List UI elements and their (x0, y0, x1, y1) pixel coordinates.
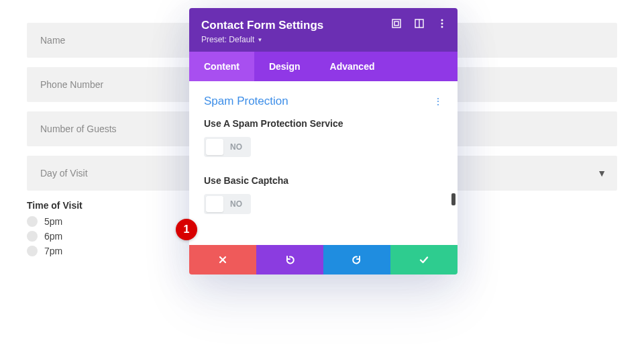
radio-icon (27, 231, 38, 242)
svg-rect-0 (392, 19, 400, 28)
toggle-basic-captcha[interactable]: NO (204, 194, 251, 214)
modal-header: Contact Form Settings Preset: Default ▼ (189, 8, 458, 52)
expand-icon[interactable] (390, 17, 402, 30)
radio-icon (27, 246, 38, 256)
radio-label: 7pm (44, 246, 62, 256)
toggle-value: NO (223, 142, 249, 152)
annotation-badge-1: 1 (176, 219, 197, 240)
svg-point-4 (441, 19, 443, 21)
tab-advanced[interactable]: Advanced (315, 52, 390, 81)
radio-icon (27, 216, 38, 227)
save-button[interactable] (390, 245, 458, 275)
section-options-icon[interactable]: ⋮ (433, 96, 443, 107)
tab-content[interactable]: Content (189, 52, 254, 81)
preset-selector[interactable]: Preset: Default ▼ (201, 35, 262, 44)
modal-body: Spam Protection ⋮ Use A Spam Protection … (189, 81, 458, 245)
section-title: Spam Protection (204, 95, 288, 108)
scrollbar-thumb[interactable] (451, 193, 455, 205)
chevron-down-icon: ▼ (257, 37, 262, 43)
option-basic-captcha-label: Use Basic Captcha (204, 174, 352, 187)
annotation-number: 1 (184, 223, 190, 236)
radio-label: 5pm (44, 216, 62, 227)
toggle-knob (206, 139, 223, 155)
check-icon (419, 254, 429, 265)
field-placeholder: Name (40, 35, 65, 46)
undo-button[interactable] (256, 245, 323, 275)
modal-footer (189, 245, 458, 275)
close-icon (218, 255, 227, 264)
more-icon[interactable] (436, 17, 448, 30)
tab-design[interactable]: Design (254, 52, 315, 81)
redo-button[interactable] (323, 245, 390, 275)
field-placeholder: Number of Guests (40, 123, 117, 134)
svg-rect-1 (394, 21, 398, 26)
panel-icon[interactable] (413, 17, 425, 30)
field-placeholder: Day of Visit (40, 168, 88, 179)
undo-icon (284, 254, 295, 265)
toggle-value: NO (223, 199, 249, 209)
preset-label: Preset: Default (201, 35, 254, 44)
toggle-spam-service[interactable]: NO (204, 137, 251, 157)
field-placeholder: Phone Number (40, 79, 103, 90)
toggle-knob (206, 196, 223, 212)
chevron-down-icon: ▼ (597, 168, 606, 179)
cancel-button[interactable] (189, 245, 256, 275)
option-spam-service-label: Use A Spam Protection Service (204, 117, 352, 130)
svg-point-5 (441, 23, 443, 25)
settings-modal: Contact Form Settings Preset: Default ▼ … (189, 8, 458, 275)
radio-label: 6pm (44, 231, 62, 242)
modal-tabs: Content Design Advanced (189, 52, 458, 81)
redo-icon (352, 254, 362, 265)
svg-point-6 (441, 26, 443, 28)
